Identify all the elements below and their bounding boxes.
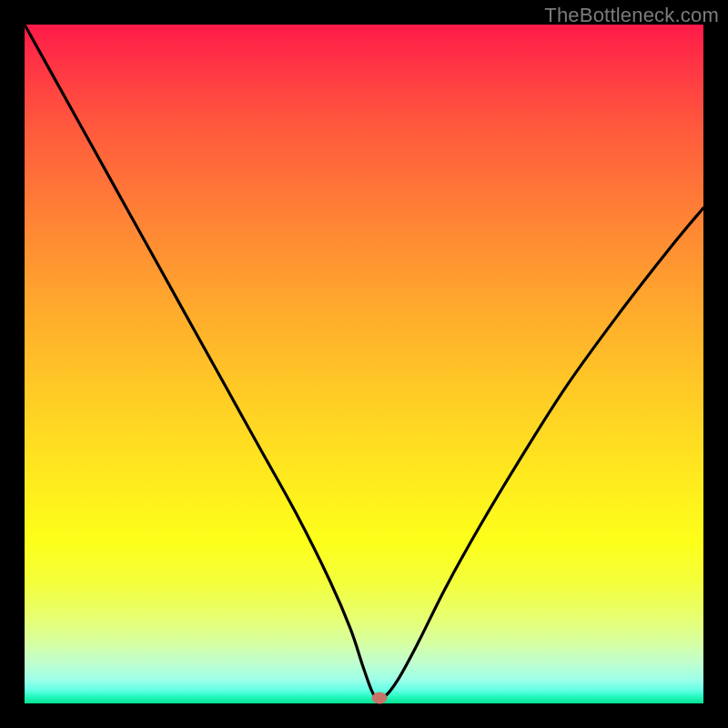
plot-area xyxy=(25,25,703,703)
curve-path xyxy=(25,25,703,699)
watermark-text: TheBottleneck.com xyxy=(544,4,719,27)
optimum-marker xyxy=(372,693,388,704)
bottleneck-curve xyxy=(25,25,703,703)
chart-frame: TheBottleneck.com xyxy=(0,0,728,728)
